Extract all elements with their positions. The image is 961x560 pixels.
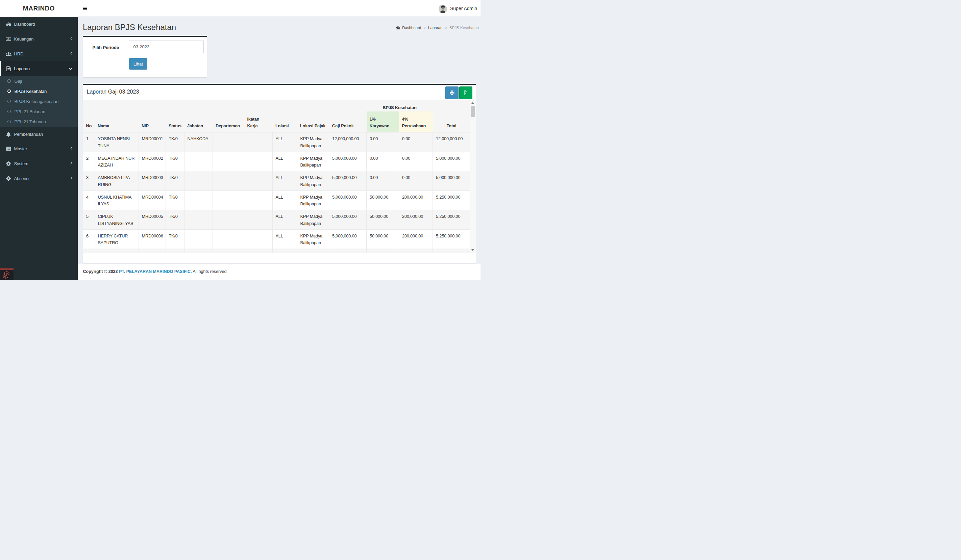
svg-text:1: 1 bbox=[8, 38, 9, 40]
